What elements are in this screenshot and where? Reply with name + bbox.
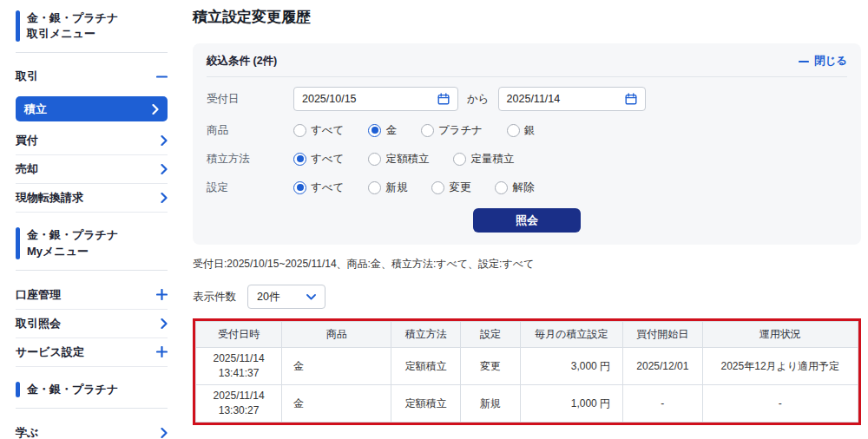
main-content: 積立設定変更履歴 絞込条件 (2件) 閉じる 受付日 2025/10/15 から <box>193 7 861 439</box>
radio-label: すべて <box>311 180 344 195</box>
date-to-input[interactable]: 2025/11/14 <box>498 87 646 111</box>
radio-product-silver[interactable]: 銀 <box>507 123 536 138</box>
section-accent-bar <box>16 10 20 42</box>
cell-status: 2025年12月より適用予定 <box>702 348 858 385</box>
cell-date: 2025/11/14 <box>205 351 273 366</box>
sidebar-item-manabu[interactable]: 学ぶ <box>16 419 168 439</box>
radio-setting-new[interactable]: 新規 <box>368 180 407 195</box>
radio-label: 解除 <box>512 180 534 195</box>
date-range-connector: から <box>467 92 490 107</box>
results-table-highlight: 受付日時 商品 積立方法 設定 毎月の積立設定 買付開始日 運用状況 2025/… <box>193 318 861 425</box>
filter-label-date: 受付日 <box>207 92 293 107</box>
radio-product-platinum[interactable]: プラチナ <box>421 123 483 138</box>
display-count-row: 表示件数 20件 <box>193 285 861 309</box>
radio-product-all[interactable]: すべて <box>293 123 344 138</box>
sidebar-item-tsumitate[interactable]: 積立 <box>16 96 168 121</box>
minus-icon <box>156 71 168 82</box>
display-count-select[interactable]: 20件 <box>247 285 326 309</box>
sidebar-group-label: 取引 <box>16 69 38 84</box>
date-from-input[interactable]: 2025/10/15 <box>293 87 458 111</box>
sidebar-item-kaitsuke[interactable]: 買付 <box>16 127 168 155</box>
filter-label-method: 積立方法 <box>207 152 293 167</box>
chevron-right-icon <box>152 104 159 115</box>
cell-start-date: - <box>623 385 703 423</box>
radio-circle <box>431 181 444 194</box>
radio-circle <box>453 153 466 166</box>
divider <box>16 270 168 271</box>
filter-panel: 絞込条件 (2件) 閉じる 受付日 2025/10/15 から 2025/11/… <box>193 43 861 245</box>
sidebar-group-trade[interactable]: 取引 <box>16 63 168 89</box>
section-header-line2: 取引メニュー <box>27 26 118 42</box>
radio-setting-all[interactable]: すべて <box>293 180 344 195</box>
cell-method: 定額積立 <box>391 385 461 423</box>
divider <box>16 408 168 409</box>
cell-status: - <box>702 385 858 423</box>
filter-label-setting: 設定 <box>207 180 293 195</box>
col-header-amount: 毎月の積立設定 <box>520 322 622 348</box>
filter-row-setting: 設定 すべて 新規 変更 解除 <box>207 178 847 197</box>
radio-circle <box>507 124 520 137</box>
col-header-product: 商品 <box>282 322 391 348</box>
radio-label: すべて <box>311 123 344 138</box>
section-header-line2: Myメニュー <box>27 244 118 259</box>
radio-method-all[interactable]: すべて <box>293 152 344 167</box>
filter-label-product: 商品 <box>207 123 293 138</box>
radio-label: プラチナ <box>438 123 483 138</box>
chevron-down-icon <box>306 294 316 300</box>
radio-label: 定額積立 <box>385 152 429 167</box>
sidebar-item-baikyaku[interactable]: 売却 <box>16 155 168 184</box>
radio-label: 新規 <box>385 180 407 195</box>
sidebar-item-torihiki-shokai[interactable]: 取引照会 <box>16 310 168 338</box>
col-header-status: 運用状況 <box>702 322 858 348</box>
chevron-right-icon <box>161 164 168 174</box>
cell-datetime: 2025/11/14 13:30:27 <box>196 385 282 423</box>
radio-setting-change[interactable]: 変更 <box>431 180 470 195</box>
cell-start-date: 2025/12/01 <box>623 348 703 385</box>
calendar-icon[interactable] <box>625 93 637 105</box>
sidebar-item-label: 買付 <box>16 133 38 148</box>
radio-setting-cancel[interactable]: 解除 <box>495 180 534 195</box>
radio-product-gold[interactable]: 金 <box>368 123 397 138</box>
chevron-right-icon <box>161 318 168 329</box>
radio-circle <box>293 153 306 166</box>
radio-method-fixed-amount[interactable]: 定額積立 <box>368 152 429 167</box>
plus-icon <box>156 346 168 357</box>
sidebar-item-label: 学ぶ <box>16 425 38 439</box>
cell-time: 13:41:37 <box>205 366 273 381</box>
filter-summary-text: 受付日:2025/10/15~2025/11/14、商品:金、積立方法:すべて、… <box>193 257 861 272</box>
page-title: 積立設定変更履歴 <box>193 7 861 27</box>
date-to-value: 2025/11/14 <box>507 93 561 105</box>
sidebar-item-genbutsu-tenkan[interactable]: 現物転換請求 <box>16 184 168 213</box>
radio-circle <box>293 181 306 194</box>
divider <box>16 52 168 53</box>
cell-date: 2025/11/14 <box>205 389 273 403</box>
radio-circle <box>293 124 306 137</box>
sidebar-section-annai-menu-header: 金・銀・プラチナ <box>16 382 168 397</box>
calendar-icon[interactable] <box>437 93 450 105</box>
sidebar-item-koza-kanri[interactable]: 口座管理 <box>16 281 168 310</box>
radio-circle <box>495 181 508 194</box>
filter-row-method: 積立方法 すべて 定額積立 定量積立 <box>207 149 847 168</box>
radio-method-fixed-quantity[interactable]: 定量積立 <box>453 152 514 167</box>
section-header-line1: 金・銀・プラチナ <box>27 382 118 397</box>
cell-method: 定額積立 <box>391 348 461 385</box>
filter-close-toggle[interactable]: 閉じる <box>799 54 847 69</box>
radio-label: 定量積立 <box>470 152 514 167</box>
sidebar-item-service-settei[interactable]: サービス設定 <box>16 338 168 367</box>
plus-icon <box>156 289 168 300</box>
table-header-row: 受付日時 商品 積立方法 設定 毎月の積立設定 買付開始日 運用状況 <box>196 322 858 348</box>
cell-time: 13:30:27 <box>205 403 273 418</box>
table-row: 2025/11/14 13:30:27 金 定額積立 新規 1,000 円 - … <box>196 385 858 423</box>
sidebar-item-label: 口座管理 <box>16 287 61 303</box>
filter-row-date: 受付日 2025/10/15 から 2025/11/14 <box>207 87 847 111</box>
results-table: 受付日時 商品 積立方法 設定 毎月の積立設定 買付開始日 運用状況 2025/… <box>195 321 858 423</box>
chevron-right-icon <box>161 193 168 203</box>
chevron-right-icon <box>161 428 168 438</box>
search-button[interactable]: 照会 <box>473 208 581 233</box>
radio-circle <box>368 153 381 166</box>
sidebar-item-label: 現物転換請求 <box>16 190 83 206</box>
radio-circle <box>421 124 434 137</box>
section-accent-bar <box>16 382 20 397</box>
sidebar-item-label: 売却 <box>16 161 38 177</box>
radio-circle <box>368 181 381 194</box>
